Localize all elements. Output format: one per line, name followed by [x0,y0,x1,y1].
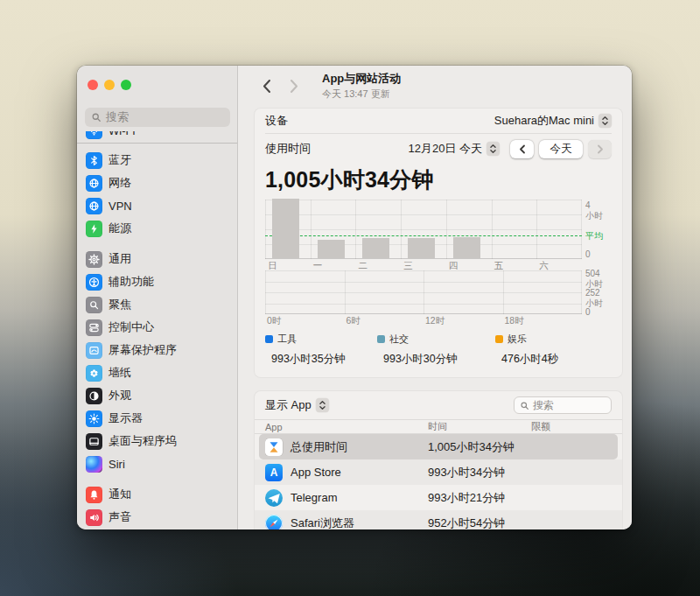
chevron-left-icon [519,144,526,154]
sidebar-item-wifi[interactable]: Wi-Fi [83,131,231,142]
system-settings-window: 搜索 Wi-Fi蓝牙网络VPN能源通用辅助功能聚焦控制中心屏幕保护程序墙纸外观显… [77,66,632,529]
sidebar-item-bolt[interactable]: 能源 [83,217,231,240]
content-pane: App与网站活动 今天 13:47 更新 设备 Suehara的Mac mini [238,66,632,529]
weekly-y-tick: 4 [585,200,591,210]
hourly-usage-chart[interactable]: 0时6时12时18时 504小时252小时0 [265,270,612,326]
weekly-bar[interactable] [362,238,389,258]
back-button[interactable] [257,76,275,95]
bluetooth-icon [86,152,102,169]
sidebar-item-label: 聚焦 [108,297,131,312]
close-window-button[interactable] [88,80,98,90]
hourly-y-tick: 504 [585,269,600,278]
apps-search-field[interactable]: 搜索 [514,396,612,414]
hourly-x-tick: 6时 [346,315,360,327]
weekly-bar[interactable] [408,238,435,258]
forward-button[interactable] [285,76,303,95]
date-popup[interactable]: 12月20日 今天 [408,141,500,157]
sidebar-item-dock[interactable]: 桌面与程序坞 [83,430,231,452]
sidebar-search-field[interactable]: 搜索 [85,108,230,127]
show-app-popup[interactable]: 显示 App [265,397,329,413]
legend-total: 476小时4秒 [501,352,558,367]
sidebar-item-sun[interactable]: 显示器 [83,407,231,430]
date-popup-value: 12月20日 今天 [408,141,482,157]
hourly-chart-plot[interactable] [265,270,582,314]
sidebar-item-vpn[interactable]: VPN [83,194,231,217]
column-header: 时间 [428,420,531,433]
stepper-chevrons-icon [486,142,500,156]
legend-item: 工具993小时35分钟 [265,333,377,367]
vpn-icon [86,198,102,214]
previous-day-button[interactable] [510,140,534,158]
bolt-icon [86,221,102,237]
toggles-icon [86,319,102,336]
weekly-chart-y-labels: 4小时平均0 [584,200,612,259]
device-popup[interactable]: Suehara的Mac mini [494,113,612,129]
device-row: 设备 Suehara的Mac mini [255,109,622,133]
weekly-bar[interactable] [272,199,299,258]
screensaver-icon [86,342,102,359]
sidebar-item-label: 显示器 [108,410,143,426]
weekly-y-tick: 0 [585,249,591,259]
weekly-chart-plot[interactable] [265,200,582,259]
column-header: 限额 [531,420,612,433]
sidebar-item-screensaver[interactable]: 屏幕保护程序 [83,339,231,361]
sidebar-item-bell[interactable]: 通知 [83,483,231,506]
sidebar-item-label: 声音 [108,509,131,525]
legend-item: 娱乐476小时4秒 [495,333,558,367]
magnifier-icon [86,297,102,313]
sidebar-item-label: 墙纸 [108,365,131,381]
accessibility-icon [86,274,102,291]
sun-icon [86,410,102,427]
hourly-chart-y-labels: 504小时252小时0 [584,270,612,314]
search-icon [520,401,529,410]
weekly-usage-chart[interactable]: 日一二三四五六 4小时平均0 [265,200,612,270]
usage-card: 设备 Suehara的Mac mini 使用时间 [254,108,623,378]
siri-icon [86,456,102,473]
sidebar-item-label: 蓝牙 [108,152,131,168]
apps-table-header: App时间限额 [255,419,622,434]
next-day-button[interactable] [588,140,612,158]
sidebar-item-siri[interactable]: Siri [83,452,231,475]
sidebar-item-bluetooth[interactable]: 蓝牙 [83,149,231,172]
hourly-x-tick: 0时 [267,315,281,327]
table-row[interactable]: Telegram993小时21分钟 [255,485,622,510]
content-header: App与网站活动 今天 13:47 更新 [238,66,632,102]
legend-label: 娱乐 [508,333,527,346]
sidebar-item-accessibility[interactable]: 辅助功能 [83,270,231,293]
title-block: App与网站活动 今天 13:47 更新 [322,71,401,101]
today-button[interactable]: 今天 [539,140,583,158]
page-subtitle: 今天 13:47 更新 [322,88,401,101]
sidebar-scroll-divider [77,143,237,144]
traffic-lights [88,80,131,90]
legend-item: 社交993小时30分钟 [377,333,495,367]
legend-total: 993小时30分钟 [383,352,495,367]
show-app-popup-value: 显示 App [265,397,312,413]
hourly-y-tick: 0 [585,307,591,317]
usage-time-row: 使用时间 12月20日 今天 [255,134,622,164]
weekly-bar[interactable] [453,237,480,258]
weekly-bar[interactable] [318,240,345,258]
sidebar-item-magnifier[interactable]: 聚焦 [83,293,231,316]
hourly-chart-x-labels: 0时6时12时18时 [265,314,582,326]
app-time: 1,005小时34分钟 [428,439,531,455]
sidebar-item-toggles[interactable]: 控制中心 [83,316,231,339]
table-row[interactable]: 总使用时间1,005小时34分钟 [259,434,618,459]
chevron-left-icon [262,79,271,94]
table-row[interactable]: AApp Store993小时34分钟 [255,459,622,485]
content-body: 设备 Suehara的Mac mini 使用时间 [238,108,632,529]
hourly-y-tick: 252 [585,288,600,298]
apps-search-placeholder: 搜索 [533,398,554,413]
sidebar-item-appearance[interactable]: 外观 [83,384,231,407]
apps-card: 显示 App 搜索 App时间限额 总使用时间1,005小时34分钟AApp S… [254,390,623,529]
zoom-window-button[interactable] [121,80,131,90]
hourly-x-tick: 18时 [505,315,524,327]
sidebar-item-gear[interactable]: 通用 [83,248,231,270]
sidebar-item-label: 桌面与程序坞 [108,433,177,449]
sidebar-item-speaker[interactable]: 声音 [83,506,231,529]
sidebar-item-globe[interactable]: 网络 [83,172,231,194]
minimize-window-button[interactable] [104,80,115,90]
table-row[interactable]: Safari浏览器952小时54分钟 [255,510,622,529]
sidebar-item-flower[interactable]: 墙纸 [83,361,231,384]
legend-swatch-icon [495,335,503,343]
app-name: Telegram [290,491,337,504]
